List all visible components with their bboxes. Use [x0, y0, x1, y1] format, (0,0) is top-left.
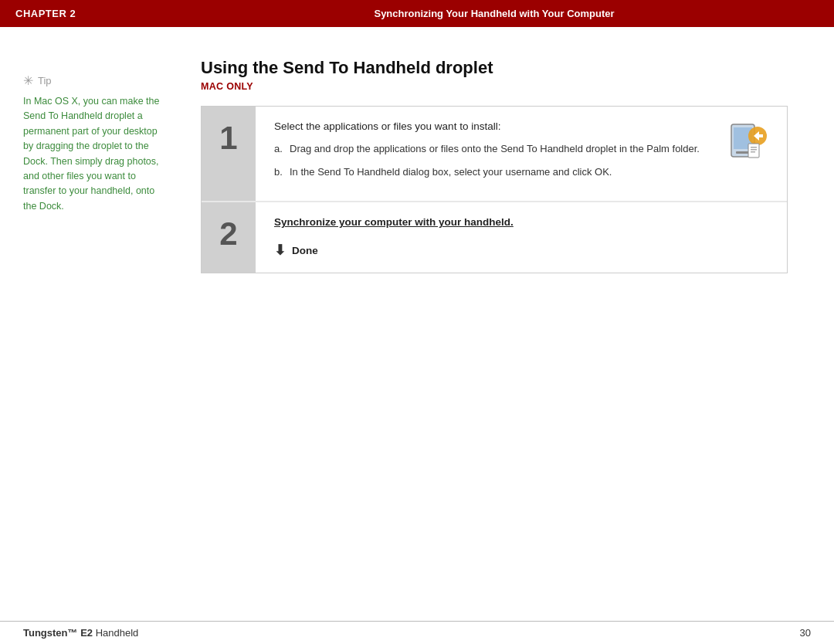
chapter-label: CHAPTER 2 [15, 8, 170, 19]
step-1-label-a: a. [274, 141, 283, 157]
done-row: ⬇ Done [274, 242, 771, 259]
tip-label: Tip [38, 75, 52, 86]
footer-brand: Tungsten™ E2 Handheld [23, 627, 138, 639]
sidebar: ✳ Tip In Mac OS X, you can make the Send… [0, 27, 178, 621]
step-1-main-text: Select the applications or files you wan… [274, 120, 771, 132]
svg-rect-7 [751, 151, 755, 153]
svg-rect-2 [736, 151, 750, 154]
svg-rect-4 [748, 144, 759, 158]
step-1-sub-item-b: b. In the Send To Handheld dialog box, s… [274, 164, 771, 180]
step-1-sub-items: a. Drag and drop the applications or fil… [274, 141, 771, 179]
step-2-number-col: 2 [202, 202, 256, 273]
step-2-content: Synchronize your computer with your hand… [256, 202, 787, 273]
steps-container: 1 Select the applications or files you w… [201, 106, 788, 273]
tip-text: In Mac OS X, you can make the Send To Ha… [23, 94, 162, 214]
footer: Tungsten™ E2 Handheld 30 [0, 621, 834, 644]
step-1-sub-item-a: a. Drag and drop the applications or fil… [274, 141, 771, 157]
step-2-number: 2 [219, 218, 237, 250]
footer-brand-name: Tungsten™ E2 [23, 627, 93, 639]
svg-rect-5 [751, 147, 757, 148]
footer-product: Handheld [96, 627, 139, 639]
page-title: Using the Send To Handheld droplet [201, 58, 788, 78]
svg-rect-6 [751, 149, 757, 151]
step-2-link[interactable]: Synchronize your computer with your hand… [274, 216, 771, 228]
footer-page-number: 30 [800, 627, 811, 639]
step-1-content: Select the applications or files you wan… [256, 107, 787, 201]
step-2-row: 2 Synchronize your computer with your ha… [202, 202, 787, 273]
header-bar: CHAPTER 2 Synchronizing Your Handheld wi… [0, 0, 834, 27]
down-arrow-icon: ⬇ [274, 242, 286, 259]
done-label: Done [292, 245, 318, 256]
main-content: ✳ Tip In Mac OS X, you can make the Send… [0, 27, 834, 621]
header-title: Synchronizing Your Handheld with Your Co… [170, 8, 819, 19]
step-1-number-col: 1 [202, 107, 256, 201]
step-1-row: 1 Select the applications or files you w… [202, 107, 787, 201]
tip-header: ✳ Tip [23, 73, 162, 88]
step-1-number: 1 [219, 122, 237, 154]
content-area: Using the Send To Handheld droplet MAC O… [178, 27, 834, 621]
step-1-label-b: b. [274, 164, 283, 180]
mac-only-label: MAC ONLY [201, 81, 788, 92]
step-1-icon [725, 120, 771, 167]
tip-asterisk-icon: ✳ [23, 73, 33, 88]
